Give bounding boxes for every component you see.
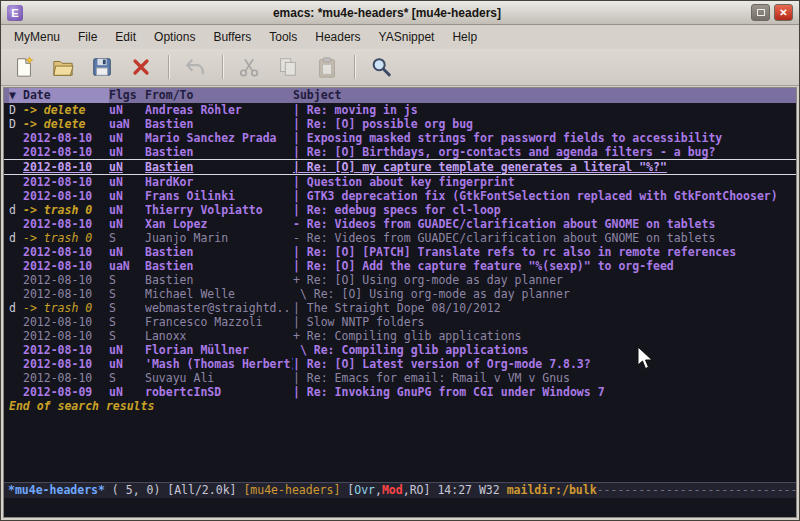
modeline-segment: maildir:/bulk (507, 483, 597, 497)
menu-file[interactable]: File (69, 27, 106, 47)
col-from: robertcInSD (145, 385, 293, 399)
col-from: Bastien (145, 259, 293, 273)
message-row[interactable]: D-> deleteuNAndreas Röhler| Re: moving i… (4, 103, 796, 117)
save-icon[interactable] (87, 53, 117, 81)
copy-icon[interactable] (273, 53, 303, 81)
col-from: Thierry Volpiatto (145, 203, 293, 217)
col-subject: | Re: [O] my capture template generates … (293, 160, 796, 174)
maximize-button[interactable] (751, 4, 770, 21)
message-row[interactable]: 2012-08-10uNHardKor| Question about key … (4, 175, 796, 189)
col-date: -> delete (23, 103, 109, 117)
close-buffer-icon[interactable] (126, 53, 156, 81)
menu-help[interactable]: Help (443, 27, 486, 47)
message-row[interactable]: 2012-08-10uaNBastien| Re: [O] Add the ca… (4, 259, 796, 273)
message-row[interactable]: 2012-08-10SFrancesco Mazzoli| Slow NNTP … (4, 315, 796, 329)
col-from: Mario Sanchez Prada (145, 131, 293, 145)
menu-buffers[interactable]: Buffers (204, 27, 260, 47)
col-mark: d (9, 301, 23, 315)
message-row[interactable]: 2012-08-10uN'Mash (Thomas Herbert)| Re: … (4, 357, 796, 371)
message-row[interactable]: d-> trash 0uNThierry Volpiatto| Re: edeb… (4, 203, 796, 217)
modeline-segment: , (403, 483, 410, 497)
modeline: *mu4e-headers* ( 5, 0) [All/2.0k] [mu4e-… (4, 482, 796, 498)
column-header-subject[interactable]: Subject (293, 88, 796, 103)
col-mark (9, 343, 23, 357)
menu-tools[interactable]: Tools (260, 27, 306, 47)
maximize-icon (757, 9, 765, 16)
emacs-app-icon: E (7, 5, 23, 21)
menu-yasnippet[interactable]: YASnippet (370, 27, 444, 47)
message-row-current[interactable]: 2012-08-10uNBastien| Re: [O] my capture … (4, 159, 796, 175)
col-date: 2012-08-10 (23, 259, 109, 273)
frame-body: ▼ Date Flgs From/To Subject D-> deleteuN… (1, 86, 799, 520)
col-from: Bastien (145, 273, 293, 287)
message-row[interactable]: 2012-08-09uNrobertcInSD| Re: Invoking Gn… (4, 385, 796, 399)
open-folder-icon[interactable] (48, 53, 78, 81)
menu-mymenu[interactable]: MyMenu (5, 27, 69, 47)
col-from: Juanjo Marin (145, 231, 293, 245)
message-row[interactable]: 2012-08-10uNXan Lopez- Re: Videos from G… (4, 217, 796, 231)
titlebar[interactable]: E emacs: *mu4e-headers* [mu4e-headers] ✕ (1, 1, 799, 25)
col-mark (9, 371, 23, 385)
message-row[interactable]: d-> trash 0SJuanjo Marin- Re: Videos fro… (4, 231, 796, 245)
col-from: Frans Oilinki (145, 189, 293, 203)
col-subject: \ Re: [O] Using org-mode as day planner (293, 287, 796, 301)
menu-edit[interactable]: Edit (106, 27, 145, 47)
search-icon[interactable] (366, 53, 396, 81)
col-mark: D (9, 103, 23, 117)
col-subject: \ Re: Compiling glib applications (293, 343, 796, 357)
message-row[interactable]: 2012-08-10SBastien+ Re: [O] Using org-mo… (4, 273, 796, 287)
new-file-icon[interactable] (9, 53, 39, 81)
cut-icon[interactable] (234, 53, 264, 81)
sort-arrow-icon[interactable]: ▼ (9, 88, 23, 103)
col-date: -> trash 0 (23, 301, 109, 315)
col-flags: uN (109, 217, 145, 231)
col-from: HardKor (145, 175, 293, 189)
col-mark (9, 189, 23, 203)
column-header-flags[interactable]: Flgs (109, 88, 145, 103)
col-from: Lanoxx (145, 329, 293, 343)
modeline-segment: Ovr (354, 483, 375, 497)
col-subject: | Re: [O] Birthdays, org-contacts and ag… (293, 145, 796, 159)
col-flags: uN (109, 203, 145, 217)
col-flags: uN (109, 160, 145, 174)
message-row[interactable]: 2012-08-10uNFrans Oilinki| GTK3 deprecat… (4, 189, 796, 203)
col-date: 2012-08-10 (23, 175, 109, 189)
message-row[interactable]: 2012-08-10uNBastien| Re: [O] Birthdays, … (4, 145, 796, 159)
col-from: Bastien (145, 117, 293, 131)
col-date: 2012-08-10 (23, 343, 109, 357)
buffer-empty-space (4, 413, 796, 482)
menu-options[interactable]: Options (145, 27, 204, 47)
col-date: 2012-08-10 (23, 357, 109, 371)
toolbar-separator (354, 55, 356, 79)
message-row[interactable]: 2012-08-10uNMario Sanchez Prada| Exposin… (4, 131, 796, 145)
message-row[interactable]: 2012-08-10SSuvayu Ali| Re: Emacs for ema… (4, 371, 796, 385)
col-flags: S (109, 273, 145, 287)
message-row[interactable]: D-> deleteuaNBastien| Re: [O] possible o… (4, 117, 796, 131)
col-subject: | Exposing masked strings for password f… (293, 131, 796, 145)
message-row[interactable]: 2012-08-10SMichael Welle \ Re: [O] Using… (4, 287, 796, 301)
col-subject: | Re: [O] [PATCH] Translate refs to rc a… (293, 245, 796, 259)
col-flags: uN (109, 343, 145, 357)
column-header-date[interactable]: Date (23, 88, 109, 103)
col-date: 2012-08-10 (23, 131, 109, 145)
message-row[interactable]: 2012-08-10SLanoxx+ Re: Compiling glib ap… (4, 329, 796, 343)
message-row[interactable]: 2012-08-10uNBastien| Re: [O] [PATCH] Tra… (4, 245, 796, 259)
toolbar (1, 49, 799, 86)
col-flags: S (109, 315, 145, 329)
toolbar-separator (222, 55, 224, 79)
column-header-from[interactable]: From/To (145, 88, 293, 103)
col-subject: | Re: [O] Latest version of Org-mode 7.8… (293, 357, 796, 371)
modeline-segment: [mu4e-headers] (243, 483, 347, 497)
message-row[interactable]: 2012-08-10uNFlorian Müllner \ Re: Compil… (4, 343, 796, 357)
col-date: -> trash 0 (23, 231, 109, 245)
message-row[interactable]: d-> trash 0Swebmaster@straightd...| The … (4, 301, 796, 315)
close-button[interactable]: ✕ (774, 4, 793, 21)
col-from: Francesco Mazzoli (145, 315, 293, 329)
col-subject: | Re: [O] possible org bug (293, 117, 796, 131)
menubar: MyMenuFileEditOptionsBuffersToolsHeaders… (1, 25, 799, 49)
col-flags: S (109, 301, 145, 315)
undo-icon[interactable] (180, 53, 210, 81)
menu-headers[interactable]: Headers (306, 27, 369, 47)
echo-area[interactable] (4, 498, 796, 517)
paste-icon[interactable] (312, 53, 342, 81)
